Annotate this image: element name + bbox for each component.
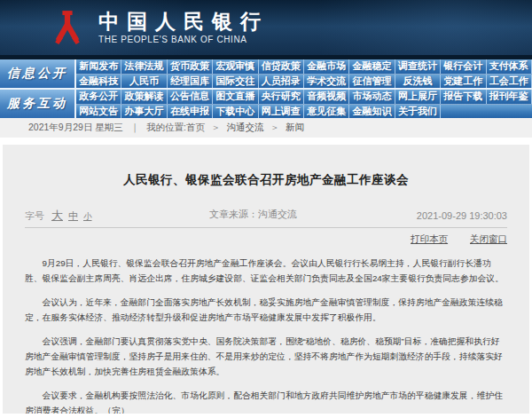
font-size-button[interactable]: 大 — [51, 209, 63, 222]
site-header: 中国人民银行 THE PEOPLE'S BANK OF CHINA — [0, 0, 532, 55]
article-body: 9月29日，人民银行、银保监会联合召开房地产金融工作座谈会。会议由人民银行行长易… — [25, 256, 507, 414]
article-title: 人民银行、银保监会联合召开房地产金融工作座谈会 — [25, 153, 507, 188]
nav-menu-item[interactable]: 新闻发布 — [76, 59, 121, 74]
nav-menu-item[interactable]: 调查统计 — [395, 59, 441, 74]
breadcrumb-location-prefix[interactable]: 我的位置:首页 — [146, 122, 205, 134]
nav-menu-item[interactable]: 市场动态 — [349, 90, 395, 104]
nav-menu-item[interactable]: 人民币 — [121, 75, 167, 89]
nav-menu-item[interactable]: 党建工作 — [441, 75, 486, 89]
pboc-logo-icon — [49, 8, 86, 47]
nav-menu-item[interactable]: 金融科技 — [76, 75, 121, 89]
nav-menu-item[interactable]: 国际交往 — [213, 75, 258, 89]
nav-menu-item[interactable]: 关于我们 — [395, 105, 441, 119]
nav-menu-item[interactable]: 政务公开 — [76, 90, 121, 104]
nav-row: 网站文告办事大厅在线申报下载中心网上调查意见征集金融知识关于我们 — [76, 104, 532, 119]
breadcrumb-link[interactable]: 沟通交流 — [227, 122, 264, 134]
article-source: 文章来源：沟通交流 — [209, 208, 297, 221]
article-paragraph: 会议认为，近年来，金融部门全面落实房地产长效机制，稳妥实施房地产金融审慎管理制度… — [25, 295, 507, 325]
nav-menu-item[interactable]: 人员招录 — [259, 75, 304, 89]
article-meta: 字号 大中小 文章来源：沟通交流 2021-09-29 19:30:03 — [25, 208, 507, 220]
meta-divider — [25, 227, 507, 228]
nav-menu-item[interactable]: 网上调查 — [259, 105, 304, 119]
nav-menu-item[interactable]: 经理国库 — [168, 75, 213, 89]
breadcrumb-divider: ｜ — [130, 122, 139, 134]
nav-menu-item[interactable]: 宏观审慎 — [213, 59, 258, 74]
tab-info-disclosure[interactable]: 信息公开 — [0, 59, 76, 88]
nav-menu-item[interactable]: 办事大厅 — [121, 105, 167, 119]
article-actions-top: 打印本页 关闭窗口 — [25, 233, 507, 247]
current-date: 2021年9月29日 星期三 — [28, 122, 123, 134]
nav-row: 金融科技人民币经理国库国际交往人员招录学术交流征信管理反洗钱党建工作工会工作 — [76, 74, 532, 89]
breadcrumb-trail: ＞沟通交流＞新闻 — [205, 122, 304, 134]
font-size-label: 字号 — [25, 209, 44, 223]
nav-menu-item[interactable]: 学术交流 — [304, 75, 349, 89]
nav-menu-item[interactable]: 政策解读 — [121, 90, 167, 104]
main-navigation: 信息公开 新闻发布法律法规货币政策宏观审慎信贷政策金融市场金融稳定调查统计银行会… — [0, 59, 532, 118]
bank-name-en: THE PEOPLE'S BANK OF CHINA — [98, 35, 269, 44]
nav-menu-item[interactable]: 法律法规 — [121, 59, 167, 74]
nav-menu-item[interactable]: 音频视频 — [304, 90, 349, 104]
breadcrumb: 2021年9月29日 星期三 ｜ 我的位置:首页 ＞沟通交流＞新闻 — [0, 118, 532, 138]
nav-section-services: 服务互动 政务公开政策解读公告信息图文直播央行研究音频视频市场动态网上展厅报告下… — [0, 88, 532, 118]
nav-menu-item[interactable]: 意见征集 — [304, 105, 349, 119]
print-page-link[interactable]: 打印本页 — [411, 233, 448, 244]
article-panel: 人民银行、银保监会联合召开房地产金融工作座谈会 字号 大中小 文章来源：沟通交流… — [3, 145, 529, 414]
nav-menu-item[interactable]: 反洗钱 — [395, 75, 441, 89]
nav-menu-item[interactable]: 在线申报 — [168, 105, 213, 119]
breadcrumb-link[interactable]: 新闻 — [286, 122, 304, 134]
nav-menu-item[interactable]: 货币政策 — [168, 59, 213, 74]
font-size-button[interactable]: 中 — [68, 210, 78, 221]
nav-section-info-disclosure: 信息公开 新闻发布法律法规货币政策宏观审慎信贷政策金融市场金融稳定调查统计银行会… — [0, 59, 532, 88]
font-size-button[interactable]: 小 — [83, 211, 92, 221]
article-paragraph: 会议要求，金融机构要按照法治化、市场化原则，配合相关部门和地方政府共同维护房地产… — [25, 388, 507, 414]
nav-menu-item[interactable]: 金融知识 — [349, 105, 395, 119]
nav-menu-item[interactable]: 信贷政策 — [259, 59, 304, 74]
nav-menu-item[interactable]: 支付体系 — [487, 59, 532, 74]
nav-menu-item[interactable]: 下载中心 — [213, 105, 258, 119]
nav-menu-item[interactable]: 公告信息 — [168, 90, 213, 104]
nav-menu-item[interactable]: 金融稳定 — [349, 59, 395, 74]
nav-row: 新闻发布法律法规货币政策宏观审慎信贷政策金融市场金融稳定调查统计银行会计支付体系 — [76, 59, 532, 74]
nav-menu-item[interactable]: 报刊年鉴 — [487, 90, 532, 104]
nav-menu-item[interactable]: 网上展厅 — [395, 90, 441, 104]
nav-menu-item[interactable]: 征信管理 — [349, 75, 395, 89]
nav-row: 政务公开政策解读公告信息图文直播央行研究音频视频市场动态网上展厅报告下载报刊年鉴 — [76, 90, 532, 104]
nav-menu-item[interactable]: 网站文告 — [76, 105, 121, 119]
nav-menu-item[interactable]: 银行会计 — [441, 59, 486, 74]
article-paragraph: 会议强调，金融部门要认真贯彻落实党中央、国务院决策部署，围绕“稳地价、稳房价、稳… — [25, 334, 507, 379]
nav-menu-item[interactable]: 工会工作 — [487, 75, 532, 89]
nav-menu-item[interactable]: 金融市场 — [304, 59, 349, 74]
article-paragraph: 9月29日，人民银行、银保监会联合召开房地产金融工作座谈会。会议由人民银行行长易… — [25, 256, 507, 286]
font-size-switcher: 大中小 — [51, 208, 98, 224]
close-window-link[interactable]: 关闭窗口 — [470, 233, 507, 244]
nav-menu-item[interactable]: 报告下载 — [441, 90, 486, 104]
article-datetime: 2021-09-29 19:30:03 — [417, 210, 507, 221]
nav-menu-item[interactable]: 央行研究 — [259, 90, 304, 104]
nav-menu-item[interactable]: 图文直播 — [213, 90, 258, 104]
breadcrumb-separator: ＞ — [270, 122, 280, 134]
tab-services-interaction[interactable]: 服务互动 — [0, 90, 76, 118]
bank-name-cn: 中国人民银行 — [98, 11, 269, 33]
breadcrumb-separator: ＞ — [211, 122, 221, 134]
content-gap — [0, 138, 532, 145]
